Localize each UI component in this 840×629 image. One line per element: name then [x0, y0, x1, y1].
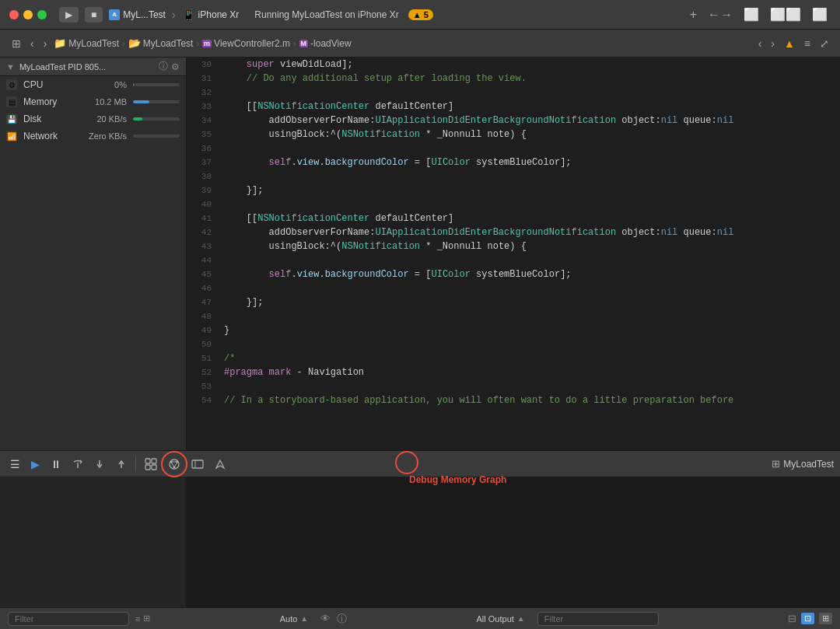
- titlebar-controls: + ←→ ⬜ ⬜⬜ ⬜: [687, 5, 831, 23]
- code-line-30: 30 super viewDidLoad];: [187, 58, 840, 72]
- auto-selector[interactable]: Auto ▲: [280, 614, 309, 624]
- code-line-35: 35 usingBlock:^(NSNotification * _Nonnul…: [187, 128, 840, 142]
- output-label: All Output: [477, 614, 514, 624]
- nav-arrows: ⊞ ‹ ›: [8, 35, 51, 52]
- memory-value: 10.2 MB: [95, 97, 127, 107]
- toolbar-grid-button[interactable]: ⊞: [8, 35, 25, 52]
- folder-icon: 📂: [128, 37, 141, 49]
- code-line-43: 43 usingBlock:^(NSNotification * _Nonnul…: [187, 239, 840, 253]
- breadcrumb-method-label: -loadView: [310, 38, 351, 49]
- code-line-48: 48: [187, 309, 840, 323]
- breadcrumb-file[interactable]: m ViewController2.m: [202, 38, 290, 49]
- pause-button[interactable]: ⏸: [47, 456, 65, 473]
- toolbar2-right: ‹ › ▲ ≡ ⤢: [755, 36, 832, 51]
- stop-icon: ■: [91, 9, 96, 20]
- code-line-53: 53: [187, 379, 840, 393]
- code-line-40: 40: [187, 197, 840, 211]
- warning-badge[interactable]: ▲ 5: [408, 9, 433, 20]
- variables-panel: [0, 477, 187, 607]
- debug-panel-header: ▼ MyLoadTest PID 805... ⓘ ⚙: [0, 58, 186, 76]
- step-over-button[interactable]: [68, 456, 87, 472]
- left-filter-input[interactable]: [8, 612, 129, 626]
- code-line-44: 44: [187, 253, 840, 267]
- cpu-icon: ⚙: [6, 79, 17, 90]
- network-bar: [133, 135, 180, 138]
- code-line-46: 46: [187, 281, 840, 295]
- eye-button[interactable]: 👁: [320, 613, 331, 624]
- breadcrumb-separator-3: ›: [293, 39, 296, 48]
- breadcrumb-folder[interactable]: 📂 MyLoadTest: [128, 37, 194, 49]
- breadcrumb-project[interactable]: 📁 MyLoadTest: [54, 37, 119, 49]
- output-selector[interactable]: All Output ▲: [477, 614, 525, 624]
- breadcrumb-method[interactable]: M -loadView: [299, 38, 352, 49]
- breadcrumb-nav-forward[interactable]: ›: [768, 36, 778, 51]
- play-button[interactable]: ▶: [59, 7, 79, 23]
- minimize-button[interactable]: [23, 10, 33, 19]
- warning-nav-icon[interactable]: ▲: [781, 36, 798, 51]
- debug-settings-button[interactable]: ⚙: [171, 60, 180, 73]
- memory-metric-item[interactable]: ▤ Memory 10.2 MB: [0, 93, 186, 110]
- editor-expand-button[interactable]: ⤢: [817, 36, 832, 51]
- layout-full-button[interactable]: ⬜: [809, 5, 831, 23]
- view-toggle-1[interactable]: ⊡: [801, 613, 814, 624]
- view-toggle-2[interactable]: ⊞: [819, 613, 832, 624]
- debug-info-button[interactable]: ⓘ: [159, 60, 168, 73]
- svg-rect-6: [152, 465, 156, 470]
- method-badge: M: [299, 40, 309, 47]
- network-metric-item[interactable]: 📶 Network Zero KB/s: [0, 128, 186, 145]
- code-line-39: 39 }];: [187, 183, 840, 197]
- expand-arrow: ▼: [6, 62, 15, 72]
- debug-separator-1: [135, 456, 136, 472]
- memory-graph-button[interactable]: [164, 456, 184, 473]
- disk-metric-item[interactable]: 💾 Disk 20 KB/s: [0, 110, 186, 128]
- memory-bar: [133, 100, 180, 103]
- split-icon[interactable]: ⊟: [788, 613, 796, 624]
- step-out-button[interactable]: [112, 456, 131, 472]
- bottom-panels: [0, 477, 840, 607]
- right-filter-input[interactable]: [537, 612, 659, 626]
- scheme-grid-icon: ⊞: [772, 458, 780, 470]
- code-editor[interactable]: 30 super viewDidLoad]; 31 // Do any addi…: [187, 58, 840, 450]
- nav-forward-button[interactable]: ›: [40, 35, 51, 52]
- cpu-metric-item[interactable]: ⚙ CPU 0%: [0, 76, 186, 93]
- breadcrumb-nav-back[interactable]: ‹: [755, 36, 765, 51]
- maximize-button[interactable]: [37, 10, 47, 19]
- debug-toolbar-wrapper: ☰ ▶ ⏸: [0, 451, 840, 477]
- grid-icon: ⊞: [143, 613, 150, 624]
- console-toggle-button[interactable]: ☰: [6, 456, 24, 473]
- statusbar-icons-left: ≡ ⊞: [135, 613, 150, 624]
- continue-button[interactable]: ▶: [27, 456, 44, 473]
- svg-rect-4: [152, 459, 156, 463]
- view-debug-button[interactable]: [141, 456, 161, 473]
- step-into-button[interactable]: [90, 456, 109, 472]
- navigate-back-forward[interactable]: ←→: [705, 6, 736, 23]
- device-name: iPhone Xr: [198, 9, 240, 20]
- auto-label: Auto: [280, 614, 298, 624]
- file-type-badge: m: [202, 40, 212, 47]
- layout-single-button[interactable]: ⬜: [740, 5, 762, 23]
- console-panel[interactable]: [187, 477, 840, 607]
- network-value: Zero KB/s: [89, 131, 127, 141]
- environment-overrides-button[interactable]: [187, 456, 208, 473]
- code-line-33: 33 [[NSNotificationCenter defaultCenter]: [187, 100, 840, 114]
- stop-button[interactable]: ■: [85, 7, 103, 23]
- close-button[interactable]: [9, 10, 19, 19]
- eye-icon: 👁: [320, 613, 331, 624]
- svg-line-12: [171, 462, 174, 467]
- add-tab-button[interactable]: +: [687, 6, 700, 23]
- scheme-selector[interactable]: A MyL...Test: [109, 9, 166, 20]
- network-label: Network: [23, 131, 82, 142]
- code-line-36: 36: [187, 142, 840, 156]
- info-button[interactable]: ⓘ: [337, 612, 347, 626]
- disk-bar: [133, 117, 180, 121]
- code-line-41: 41 [[NSNotificationCenter defaultCenter]: [187, 211, 840, 225]
- layout-split-button[interactable]: ⬜⬜: [767, 5, 804, 23]
- editor-menu-button[interactable]: ≡: [801, 36, 814, 51]
- device-selector[interactable]: 📱 iPhone Xr: [182, 9, 240, 21]
- code-line-34: 34 addObserverForName:UIApplicationDidEn…: [187, 114, 840, 128]
- simulate-location-button[interactable]: [211, 456, 229, 472]
- nav-back-button[interactable]: ‹: [26, 35, 38, 52]
- bottom-section: ☰ ▶ ⏸: [0, 450, 840, 629]
- svg-rect-14: [192, 460, 203, 468]
- debug-header-buttons: ⓘ ⚙: [159, 60, 180, 73]
